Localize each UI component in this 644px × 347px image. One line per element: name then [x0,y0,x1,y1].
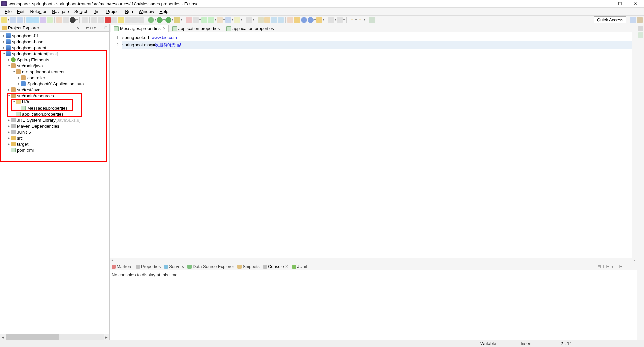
tool-icon[interactable] [63,17,69,23]
tool-icon[interactable] [40,17,46,23]
console-ctrl-icon[interactable]: ⊞ [597,264,601,269]
tree-item[interactable]: ▸springboot-01 [0,32,109,39]
back-icon[interactable]: ⇐ [348,17,355,23]
editor-tab[interactable]: application.properties [169,25,223,32]
tool-icon[interactable] [316,17,322,23]
menu-navigate[interactable]: Navigate [49,8,72,15]
tree-item[interactable]: ▸springboot-base [0,39,109,45]
editor-hscrollbar[interactable]: ◂▸ [110,258,637,263]
tool-icon[interactable] [56,17,62,23]
search-icon[interactable] [246,17,252,23]
expand-icon[interactable]: ▸ [7,58,11,61]
link-icon[interactable]: ⇄ [86,26,89,30]
editor-tab[interactable]: application.properties [223,25,277,32]
expand-icon[interactable]: ▸ [7,130,11,134]
tool-icon[interactable] [186,17,192,23]
console-tab-servers[interactable]: Servers [164,264,184,269]
tool-icon[interactable] [234,17,240,23]
editor-body[interactable]: 12 springboot.url=www.bie.comspringboot.… [110,32,637,258]
quick-access[interactable]: Quick Access [594,16,626,23]
tool-icon[interactable] [125,17,131,23]
tree-item[interactable]: ▸target [0,141,109,147]
console-tab-data-source-explorer[interactable]: Data Source Explorer [187,264,234,269]
expand-icon[interactable]: ▸ [7,136,11,140]
save-icon[interactable] [10,17,16,23]
console-ctrl-icon[interactable]: ☐▾ [616,264,622,269]
console-ctrl-icon[interactable]: ☐▾ [603,264,609,269]
tool-icon[interactable] [138,17,144,23]
tree-item[interactable]: application.properties [0,111,109,117]
editor-vscrollbar[interactable] [632,32,637,258]
tool-icon[interactable] [328,17,334,23]
tree-item[interactable]: ▸Maven Dependencies [0,123,109,129]
expand-icon[interactable]: ▾ [12,70,16,73]
tree-item[interactable]: ▸springboot-parent [0,45,109,51]
tool-icon[interactable] [337,17,343,23]
expand-icon[interactable]: ▾ [7,94,11,97]
minimize-icon[interactable]: — [624,27,629,32]
outline-icon[interactable] [638,32,643,38]
tree-item[interactable]: ▾springboot-tentent [boot] [0,51,109,57]
tool-icon[interactable] [131,17,138,23]
tool-icon[interactable] [174,17,180,23]
tree-item[interactable]: ▾src/main/java [0,63,109,69]
tree-item[interactable]: ▸JRE System Library [JavaSE-1.8] [0,117,109,123]
collapse-icon[interactable]: ⊟ [90,26,93,30]
close-button[interactable]: ✕ [631,1,640,6]
expand-icon[interactable]: ▸ [2,34,6,37]
tool-icon[interactable] [258,17,264,23]
forward-icon[interactable]: ⇒ [357,17,363,23]
maximize-button[interactable]: ☐ [615,1,625,6]
tree-item[interactable]: ▸Spring Elements [0,57,109,63]
expand-icon[interactable]: ▸ [7,124,11,128]
tool-icon[interactable] [201,17,207,23]
tree-item[interactable]: ▾org.springboot.tentent [0,69,109,75]
console-tab-properties[interactable]: Properties [136,264,161,269]
tool-icon[interactable] [47,17,53,23]
editor-tab[interactable]: Messages.properties✕ [111,25,169,32]
close-icon[interactable]: ✕ [285,264,289,269]
tool-icon[interactable] [294,17,300,23]
run-icon[interactable] [165,17,171,23]
expand-icon[interactable]: ▸ [7,118,11,122]
maximize-icon[interactable]: ☐ [631,264,635,269]
expand-icon[interactable]: ▸ [7,88,11,91]
expand-icon[interactable]: ▸ [2,46,6,49]
expand-icon[interactable]: ▸ [17,82,21,85]
menu-edit[interactable]: Edit [14,8,27,15]
tool-icon[interactable] [287,17,293,23]
save-all-icon[interactable] [17,17,23,23]
tree-item[interactable]: ▸Springboot01Application.java [0,81,109,87]
menu-run[interactable]: Run [122,8,136,15]
run-icon[interactable] [157,17,163,23]
tool-icon[interactable] [70,17,76,23]
menu-icon[interactable]: ▾ [94,26,96,30]
close-icon[interactable]: ✕ [163,26,166,31]
console-tab-snippets[interactable]: Snippets [237,264,260,269]
tool-icon[interactable] [225,17,231,23]
code-area[interactable]: springboot.url=www.bie.comspringboot.msg… [121,32,632,258]
project-tree[interactable]: ▸springboot-01▸springboot-base▸springboo… [0,32,109,334]
code-line[interactable]: springboot.msg=欢迎${0}光临! [122,41,632,49]
tree-item[interactable]: ▾src/main/resources [0,93,109,99]
tool-icon[interactable] [193,17,199,23]
console-tab-console[interactable]: Console ✕ [263,264,289,269]
tool-icon[interactable] [208,17,214,23]
maximize-icon[interactable]: ☐ [104,26,107,30]
tool-icon[interactable] [369,17,375,23]
menu-file[interactable]: File [2,8,14,15]
console-tab-junit[interactable]: JUnit [292,264,307,269]
tree-item[interactable]: Messages.properties [0,105,109,111]
tool-icon[interactable] [308,17,314,23]
tool-icon[interactable] [271,17,277,23]
console-ctrl-icon[interactable]: ▾ [611,264,614,269]
tool-icon[interactable] [301,17,307,23]
expand-icon[interactable]: ▾ [12,100,16,103]
expand-icon[interactable]: ▾ [7,64,11,67]
tree-hscrollbar[interactable]: ◂ ▸ [0,334,109,340]
tool-icon[interactable] [111,17,117,23]
expand-icon[interactable]: ▾ [2,52,6,55]
tool-icon[interactable] [217,17,223,23]
new-icon[interactable] [1,17,7,23]
outline-icon[interactable] [638,26,643,31]
